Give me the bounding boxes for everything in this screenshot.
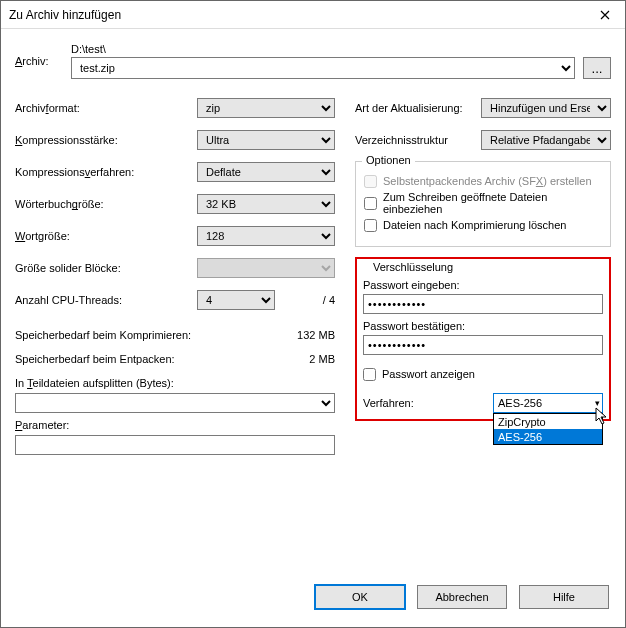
- mem-compress-label: Speicherbedarf beim Komprimieren:: [15, 329, 191, 347]
- parameters-input[interactable]: [15, 435, 335, 455]
- close-icon: [600, 10, 610, 20]
- openfiles-label: Zum Schreiben geöffnete Dateien einbezie…: [383, 191, 602, 215]
- word-size-select[interactable]: 128: [197, 226, 335, 246]
- update-mode-label: Art der Aktualisierung:: [355, 102, 463, 114]
- cancel-button[interactable]: Abbrechen: [417, 585, 507, 609]
- archive-path: D:\test\: [71, 43, 611, 55]
- solid-block-label: Größe solider Blöcke:: [15, 262, 197, 274]
- encryption-title: Verschlüsselung: [369, 261, 457, 273]
- help-button[interactable]: Hilfe: [519, 585, 609, 609]
- mem-decompress-value: 2 MB: [309, 353, 335, 371]
- update-mode-select[interactable]: Hinzufügen und Ersetzen: [481, 98, 611, 118]
- compression-level-label: Kompressionsstärke:: [15, 134, 197, 146]
- archive-filename-combo[interactable]: test.zip: [71, 57, 575, 79]
- sfx-checkbox: [364, 175, 377, 188]
- mem-compress-value: 132 MB: [297, 329, 335, 347]
- ok-button[interactable]: OK: [315, 585, 405, 609]
- show-password-checkbox[interactable]: [363, 368, 376, 381]
- dictionary-size-select[interactable]: 32 KB: [197, 194, 335, 214]
- split-label: In Teildateien aufsplitten (Bytes):: [15, 377, 335, 389]
- split-combo[interactable]: [15, 393, 335, 413]
- browse-button[interactable]: ...: [583, 57, 611, 79]
- mem-decompress-label: Speicherbedarf beim Entpacken:: [15, 353, 175, 371]
- options-group: Optionen Selbstentpackendes Archiv (SFX)…: [355, 161, 611, 247]
- encryption-method-value: AES-256: [498, 397, 542, 409]
- password-enter-label: Passwort eingeben:: [363, 279, 603, 291]
- path-mode-select[interactable]: Relative Pfadangaben: [481, 130, 611, 150]
- delete-after-checkbox[interactable]: [364, 219, 377, 232]
- encryption-method-dropdown[interactable]: ZipCrypto AES-256: [493, 413, 603, 445]
- sfx-label: Selbstentpackendes Archiv (SFX) erstelle…: [383, 175, 592, 187]
- show-password-row[interactable]: Passwort anzeigen: [363, 365, 603, 383]
- format-select[interactable]: zip: [197, 98, 335, 118]
- window-title: Zu Archiv hinzufügen: [9, 8, 121, 22]
- path-mode-label: Verzeichnisstruktur: [355, 134, 448, 146]
- browse-label: ...: [591, 61, 602, 76]
- dictionary-size-label: Wörterbuchgröße:: [15, 198, 197, 210]
- compression-level-select[interactable]: Ultra: [197, 130, 335, 150]
- word-size-label: Wortgröße:: [15, 230, 197, 242]
- archive-label: Archiv:: [15, 55, 71, 67]
- encryption-option-zipcrypto[interactable]: ZipCrypto: [494, 414, 602, 429]
- titlebar: Zu Archiv hinzufügen: [1, 1, 625, 29]
- parameters-label: Parameter:: [15, 419, 335, 431]
- show-password-label: Passwort anzeigen: [382, 368, 475, 380]
- password-enter-input[interactable]: [363, 294, 603, 314]
- solid-block-select: [197, 258, 335, 278]
- threads-label: Anzahl CPU-Threads:: [15, 294, 197, 306]
- sfx-checkbox-row: Selbstentpackendes Archiv (SFX) erstelle…: [364, 172, 602, 190]
- encryption-option-aes256[interactable]: AES-256: [494, 429, 602, 444]
- close-button[interactable]: [585, 1, 625, 29]
- delete-after-label: Dateien nach Komprimierung löschen: [383, 219, 566, 231]
- format-label: Archivformat:: [15, 102, 197, 114]
- threads-select[interactable]: 4: [197, 290, 275, 310]
- options-title: Optionen: [362, 154, 415, 166]
- encryption-method-select[interactable]: AES-256 ▾: [493, 393, 603, 413]
- openfiles-checkbox-row[interactable]: Zum Schreiben geöffnete Dateien einbezie…: [364, 194, 602, 212]
- compression-method-select[interactable]: Deflate: [197, 162, 335, 182]
- password-confirm-label: Passwort bestätigen:: [363, 320, 603, 332]
- password-confirm-input[interactable]: [363, 335, 603, 355]
- chevron-down-icon: ▾: [595, 398, 600, 408]
- encryption-method-label: Verfahren:: [363, 397, 414, 409]
- threads-max: / 4: [279, 294, 335, 306]
- encryption-highlight: Verschlüsselung Passwort eingeben: Passw…: [355, 257, 611, 421]
- delete-after-checkbox-row[interactable]: Dateien nach Komprimierung löschen: [364, 216, 602, 234]
- compression-method-label: Kompressionsverfahren:: [15, 166, 197, 178]
- openfiles-checkbox[interactable]: [364, 197, 377, 210]
